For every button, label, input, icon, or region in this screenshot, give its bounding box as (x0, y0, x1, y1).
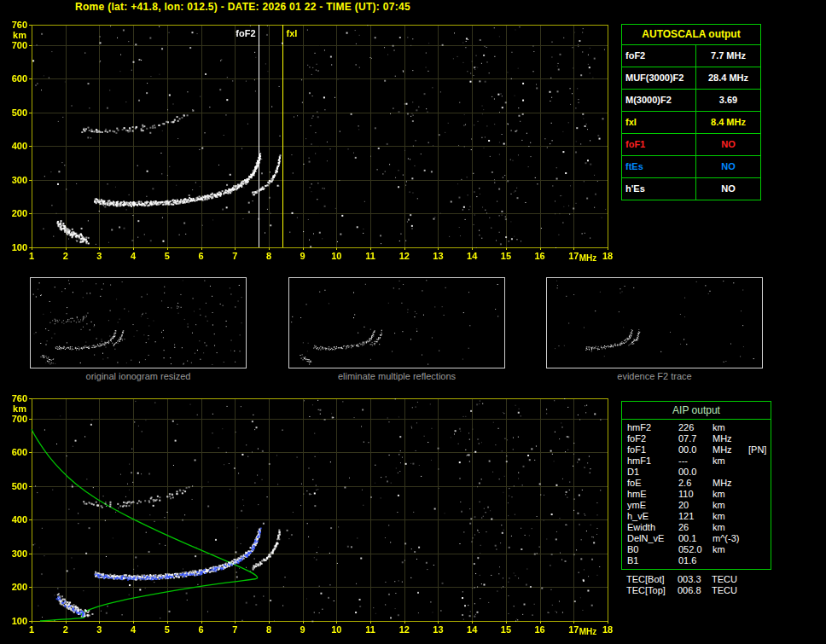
aip-extra (748, 555, 771, 566)
autoscala-value: NO (696, 134, 760, 155)
thumbnail-f2-trace-canvas (546, 277, 763, 368)
aip-unit: MHz (713, 433, 748, 444)
autoscala-table-row: M(3000)F23.69 (622, 90, 760, 112)
autoscala-param-label: foF1 (622, 134, 696, 155)
thumbnail-original-canvas (30, 277, 247, 368)
profile-ionogram-plot (0, 391, 619, 644)
aip-unit: km (713, 489, 748, 500)
aip-table-row: foF207.7MHz (622, 433, 771, 444)
aip-extra (748, 489, 771, 500)
thumbnail-caption: eliminate multiple reflections (288, 371, 505, 381)
aip-table-row: DelN_vE00.1m^(-3) (622, 533, 771, 544)
autoscala-table-row: MUF(3000)F228.4 MHz (622, 67, 760, 90)
tec-value: 003.3 (678, 574, 712, 585)
thumbnail-caption: original ionogram resized (30, 371, 247, 381)
autoscala-table-row: foF1NO (622, 134, 760, 156)
tec-unit: TECU (712, 585, 747, 596)
aip-table-row: B0052.0km (622, 544, 771, 555)
autoscala-value: 7.7 MHz (696, 45, 760, 67)
autoscala-param-label: h'Es (622, 178, 696, 200)
autoscala-param-label: ftEs (622, 156, 696, 177)
aip-table-row: ymE20km (622, 500, 771, 511)
thumbnail-f2-trace: evidence F2 trace (546, 277, 763, 381)
aip-value: 00.0 (678, 467, 713, 478)
aip-table-row: hmF1---km (622, 455, 771, 467)
aip-unit (713, 555, 748, 566)
aip-param-label: h_vE (627, 511, 678, 522)
aip-param-label: foE (627, 478, 678, 489)
tec-row: TEC[Top]006.8TECU (621, 585, 770, 596)
aip-output-table: AIP output hmF2226kmfoF207.7MHzfoF100.0M… (621, 401, 771, 570)
aip-value: 226 (678, 422, 713, 433)
aip-unit: km (713, 455, 748, 467)
autoscala-value: 3.69 (696, 90, 760, 111)
aip-value: 20 (678, 500, 713, 511)
aip-extra (748, 455, 771, 467)
aip-table-row: B101.6 (622, 555, 771, 566)
aip-extra (748, 500, 771, 511)
autoscala-table-row: h'EsNO (622, 178, 760, 200)
thumbnail-caption: evidence F2 trace (546, 371, 763, 381)
autoscala-table-row: fxI8.4 MHz (622, 112, 760, 134)
aip-value: 121 (678, 511, 713, 522)
aip-unit: km (713, 500, 748, 511)
aip-param-label: B1 (627, 555, 678, 566)
aip-unit (713, 467, 748, 478)
aip-param-label: Ewidth (627, 522, 678, 533)
aip-param-label: hmF2 (627, 422, 678, 433)
aip-value: 2.6 (678, 478, 713, 489)
aip-table-row: D100.0 (622, 467, 771, 478)
autoscala-param-label: M(3000)F2 (622, 90, 696, 111)
aip-table-row: foE2.6MHz (622, 478, 771, 489)
autoscala-value: 28.4 MHz (696, 67, 760, 89)
autoscala-param-label: MUF(3000)F2 (622, 67, 696, 89)
thumbnail-no-multiples-canvas (288, 277, 505, 368)
aip-table-row: hmF2226km (622, 422, 771, 433)
aip-param-label: D1 (627, 467, 678, 478)
aip-param-label: ymE (627, 500, 678, 511)
aip-extra (748, 433, 771, 444)
tec-values: TEC[Bot]003.3TECUTEC[Top]006.8TECU (621, 574, 770, 596)
aip-value: --- (678, 455, 713, 467)
aip-table-body: hmF2226kmfoF207.7MHzfoF100.0MHz[PN]hmF1-… (622, 422, 771, 566)
aip-param-label: foF2 (627, 433, 678, 444)
thumbnail-original-ionogram: original ionogram resized (30, 277, 247, 381)
autoscala-table-body: foF27.7 MHzMUF(3000)F228.4 MHzM(3000)F23… (622, 45, 760, 200)
autoscala-output-table: AUTOSCALA output foF27.7 MHzMUF(3000)F22… (621, 24, 761, 200)
aip-unit: km (713, 522, 748, 533)
aip-extra (748, 511, 771, 522)
aip-table-row: hmE110km (622, 489, 771, 500)
aip-unit: km (713, 544, 748, 555)
aip-param-label: foF1 (627, 444, 678, 455)
autoscala-param-label: foF2 (622, 45, 696, 67)
aip-value: 07.7 (678, 433, 713, 444)
autoscala-value: NO (696, 156, 760, 177)
aip-param-label: hmE (627, 489, 678, 500)
tec-value: 006.8 (678, 585, 712, 596)
tec-unit: TECU (712, 574, 747, 585)
aip-value: 052.0 (678, 544, 713, 555)
aip-unit: km (713, 422, 748, 433)
autoscala-param-label: fxI (622, 112, 696, 133)
aip-extra (748, 533, 771, 544)
aip-extra (748, 544, 771, 555)
autoscala-table-row: foF27.7 MHz (622, 45, 760, 67)
autoscala-screen: Rome (lat: +41.8, lon: 012.5) - DATE: 20… (0, 0, 826, 644)
aip-unit: MHz (713, 478, 748, 489)
autoscala-value: NO (696, 178, 760, 200)
aip-extra (748, 422, 771, 433)
aip-value: 00.0 (678, 444, 713, 455)
tec-param-label: TEC[Bot] (626, 574, 678, 585)
autoscala-value: 8.4 MHz (696, 112, 760, 133)
aip-extra (748, 467, 771, 478)
autoscala-table-title: AUTOSCALA output (622, 25, 760, 45)
tec-row: TEC[Bot]003.3TECU (621, 574, 770, 585)
aip-value: 00.1 (678, 533, 713, 544)
autoscala-table-row: ftEsNO (622, 156, 760, 178)
aip-extra (748, 478, 771, 489)
aip-table-row: h_vE121km (622, 511, 771, 522)
aip-unit: km (713, 511, 748, 522)
aip-table-row: foF100.0MHz[PN] (622, 444, 771, 455)
aip-value: 01.6 (678, 555, 713, 566)
aip-unit: MHz (713, 444, 748, 455)
